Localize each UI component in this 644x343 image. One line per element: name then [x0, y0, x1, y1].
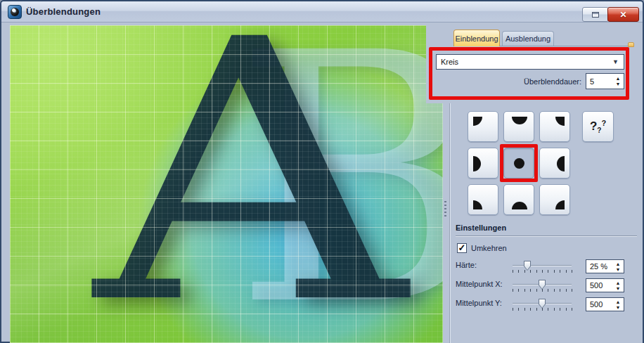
blend-variant-button-bottom-right[interactable]: [539, 184, 570, 215]
restore-icon: [592, 12, 599, 18]
close-button[interactable]: ✕: [607, 7, 639, 22]
variant-shape-left-icon: [473, 156, 481, 172]
hardness-slider-ticks: [513, 270, 572, 273]
variant-shape-top-right-icon: [555, 117, 565, 126]
center-y-value: 500: [590, 300, 603, 309]
blend-variant-button-right[interactable]: [539, 148, 570, 179]
spin-down-icon: ▼: [616, 286, 621, 291]
variant-shape-bottom-left-icon: [473, 200, 482, 209]
spin-down-icon: ▼: [616, 267, 621, 272]
checkmark-icon: ✓: [458, 242, 466, 253]
invert-checkbox[interactable]: ✓: [457, 243, 467, 253]
variant-shape-center-icon: [514, 158, 524, 169]
spin-down-icon: ▼: [616, 305, 621, 310]
blend-variant-button-bottom[interactable]: [503, 184, 534, 215]
splitter-handle[interactable]: [444, 201, 446, 218]
random-variant-button[interactable]: ? ? ?: [582, 111, 614, 142]
close-icon: ✕: [619, 10, 626, 20]
variant-shape-right-icon: [557, 156, 565, 172]
blend-variant-grid: [468, 111, 570, 215]
blend-variant-button-top-left[interactable]: [468, 111, 498, 142]
question-mark-icon: ?: [601, 119, 606, 127]
question-mark-icon: ?: [597, 127, 601, 134]
tab-einblendung-label: Einblendung: [455, 34, 498, 43]
restore-button[interactable]: [582, 7, 609, 22]
duration-label: Überblenddauer:: [450, 77, 581, 86]
blend-variant-button-top-right[interactable]: [539, 111, 570, 142]
window-title: Überblendungen: [26, 6, 101, 17]
spin-down-icon: ▼: [616, 82, 621, 86]
hardness-spinner[interactable]: 25 % ▲ ▼: [586, 259, 624, 273]
chevron-down-icon: ▼: [612, 58, 619, 65]
center-x-value: 500: [590, 281, 603, 290]
center-x-spinner[interactable]: 500 ▲ ▼: [586, 278, 624, 292]
titlebar[interactable]: Überblendungen ✕: [1, 1, 643, 22]
settings-header: Einstellungen: [456, 224, 506, 232]
blend-variant-button-bottom-left[interactable]: [468, 184, 498, 215]
spin-up-icon: ▲: [616, 299, 621, 304]
hardness-spinner-arrows[interactable]: ▲ ▼: [614, 260, 622, 273]
variant-shape-top-left-icon: [473, 117, 482, 126]
blend-dialog-window: Überblendungen ✕ B A Einblendung Ausblen…: [0, 0, 644, 343]
spin-up-icon: ▲: [616, 76, 621, 81]
center-x-slider-ticks: [513, 289, 572, 292]
blend-preview-pane: B A: [10, 25, 443, 343]
center-x-label: Mittelpunkt X:: [456, 280, 503, 288]
transition-select[interactable]: Kreis ▼: [436, 54, 624, 70]
blend-variant-button-center[interactable]: [503, 148, 534, 179]
variant-shape-bottom-right-icon: [555, 200, 565, 209]
hardness-slider-track[interactable]: [513, 265, 572, 266]
settings-divider: [456, 235, 637, 237]
center-x-slider-track[interactable]: [513, 284, 572, 285]
center-y-label: Mittelpunkt Y:: [456, 299, 502, 307]
tab-einblendung[interactable]: Einblendung: [453, 30, 500, 46]
invert-checkbox-label: Umkehren: [471, 244, 507, 252]
center-y-slider-track[interactable]: [513, 303, 572, 304]
blend-variant-button-top[interactable]: [503, 111, 534, 142]
spin-up-icon: ▲: [616, 261, 621, 266]
question-mark-icon: ?: [590, 119, 597, 134]
duration-spinner[interactable]: 5 ▲ ▼: [586, 73, 624, 89]
spin-up-icon: ▲: [616, 280, 621, 285]
duration-spinner-arrows[interactable]: ▲ ▼: [614, 74, 622, 89]
blend-variant-button-left[interactable]: [468, 148, 498, 179]
transition-select-value: Kreis: [441, 58, 458, 66]
center-y-spinner[interactable]: 500 ▲ ▼: [586, 297, 624, 311]
preview-letter-front: A: [94, 25, 406, 343]
hardness-value: 25 %: [590, 262, 607, 271]
center-x-spinner-arrows[interactable]: ▲ ▼: [614, 279, 622, 292]
center-y-slider-ticks: [513, 308, 572, 311]
center-y-spinner-arrows[interactable]: ▲ ▼: [614, 298, 622, 311]
panel-separator: [449, 103, 450, 343]
tab-ausblendung[interactable]: Ausblendung: [502, 31, 554, 46]
tab-ausblendung-label: Ausblendung: [505, 34, 550, 43]
app-icon: [8, 5, 22, 19]
variant-shape-top-icon: [512, 117, 527, 124]
tabstrip-notch: [628, 42, 634, 47]
duration-value: 5: [590, 77, 594, 86]
hardness-label: Härte:: [456, 261, 477, 269]
variant-shape-bottom-icon: [512, 202, 527, 209]
